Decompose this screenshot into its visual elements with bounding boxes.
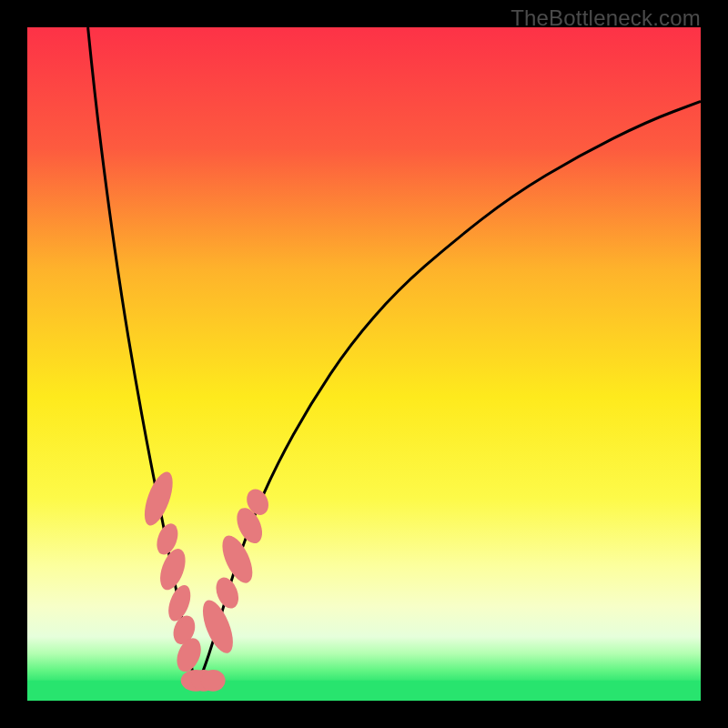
bottleneck-chart-svg [27,27,701,701]
optimal-band [27,681,701,701]
chart-plot-area [27,27,701,701]
gradient-background [27,27,701,701]
data-marker [201,670,226,692]
